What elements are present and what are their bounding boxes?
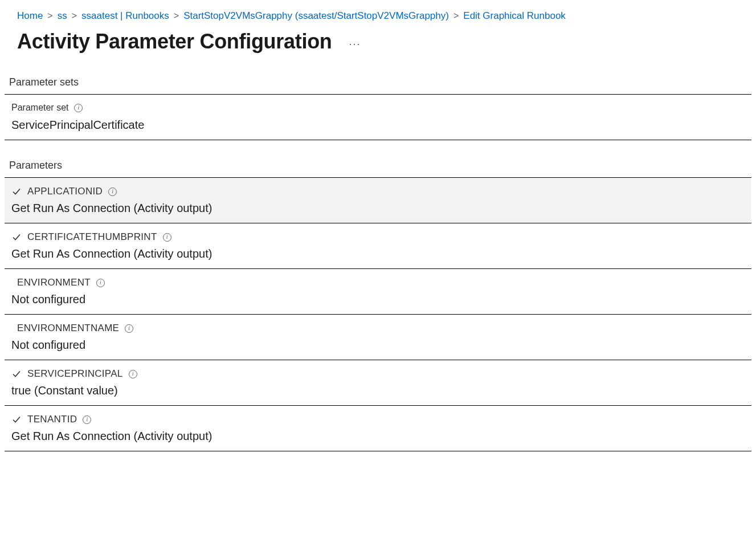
parameter-name: ENVIRONMENTNAME xyxy=(17,323,119,334)
parameter-name-row: ENVIRONMENTi xyxy=(11,277,745,288)
parameter-value: Get Run As Connection (Activity output) xyxy=(11,202,745,215)
parameter-name: TENANTID xyxy=(27,414,77,425)
parameter-value: Not configured xyxy=(11,339,745,352)
chevron-right-icon: > xyxy=(72,11,77,21)
parameter-value: Get Run As Connection (Activity output) xyxy=(11,247,745,260)
parameter-name-row: ENVIRONMENTNAMEi xyxy=(11,323,745,334)
parameter-row-environment[interactable]: ENVIRONMENTiNot configured xyxy=(5,269,751,315)
info-icon[interactable]: i xyxy=(125,324,133,333)
more-actions-button[interactable]: ... xyxy=(346,34,365,49)
check-icon xyxy=(11,186,22,197)
page-title-row: Activity Parameter Configuration ... xyxy=(0,30,756,70)
parameter-value: Not configured xyxy=(11,293,745,306)
check-icon xyxy=(11,414,22,425)
info-icon[interactable]: i xyxy=(83,415,91,424)
chevron-right-icon: > xyxy=(453,11,459,21)
parameter-name-row: APPLICATIONIDi xyxy=(11,186,745,197)
page-title: Activity Parameter Configuration xyxy=(17,30,332,54)
chevron-right-icon: > xyxy=(47,11,52,21)
parameters-header: Parameters xyxy=(5,153,751,178)
breadcrumb-link-ss[interactable]: ss xyxy=(58,10,67,22)
parameter-row-serviceprincipal[interactable]: SERVICEPRINCIPALitrue (Constant value) xyxy=(5,360,751,406)
parameter-name: ENVIRONMENT xyxy=(17,277,91,288)
parameter-name-row: TENANTIDi xyxy=(11,414,745,425)
info-icon[interactable]: i xyxy=(108,188,117,196)
info-icon[interactable]: i xyxy=(129,370,137,378)
parameter-row-applicationid[interactable]: APPLICATIONIDiGet Run As Connection (Act… xyxy=(5,178,751,223)
parameter-row-environmentname[interactable]: ENVIRONMENTNAMEiNot configured xyxy=(5,315,751,360)
info-icon[interactable]: i xyxy=(163,233,171,242)
check-icon xyxy=(11,369,22,379)
parameter-name: APPLICATIONID xyxy=(27,186,103,197)
parameter-set-label: Parameter set xyxy=(11,103,68,113)
info-icon[interactable]: i xyxy=(74,104,83,112)
parameter-value: Get Run As Connection (Activity output) xyxy=(11,430,745,443)
parameter-name: CERTIFICATETHUMBPRINT xyxy=(27,231,157,243)
parameter-row-tenantid[interactable]: TENANTIDiGet Run As Connection (Activity… xyxy=(5,406,751,451)
parameter-sets-header: Parameter sets xyxy=(5,70,751,95)
info-icon[interactable]: i xyxy=(96,279,105,287)
parameter-name-row: SERVICEPRINCIPALi xyxy=(11,368,745,380)
parameter-list: APPLICATIONIDiGet Run As Connection (Act… xyxy=(5,178,751,451)
chevron-right-icon: > xyxy=(174,11,179,21)
parameter-row-certificatethumbprint[interactable]: CERTIFICATETHUMBPRINTiGet Run As Connect… xyxy=(5,223,751,269)
breadcrumb-link-home[interactable]: Home xyxy=(17,10,43,22)
parameter-set-block[interactable]: Parameter set i ServicePrincipalCertific… xyxy=(5,95,751,140)
parameter-set-value: ServicePrincipalCertificate xyxy=(11,119,745,132)
breadcrumb-link-runbooks[interactable]: ssaatest | Runbooks xyxy=(81,10,169,22)
check-icon xyxy=(11,232,22,242)
breadcrumb-link-edit[interactable]: Edit Graphical Runbook xyxy=(463,10,566,22)
parameter-value: true (Constant value) xyxy=(11,384,745,397)
parameter-name: SERVICEPRINCIPAL xyxy=(27,368,123,380)
breadcrumb: Home > ss > ssaatest | Runbooks > StartS… xyxy=(0,10,756,30)
breadcrumb-link-runbook-name[interactable]: StartStopV2VMsGrapphy (ssaatest/StartSto… xyxy=(183,10,449,22)
parameter-name-row: CERTIFICATETHUMBPRINTi xyxy=(11,231,745,243)
